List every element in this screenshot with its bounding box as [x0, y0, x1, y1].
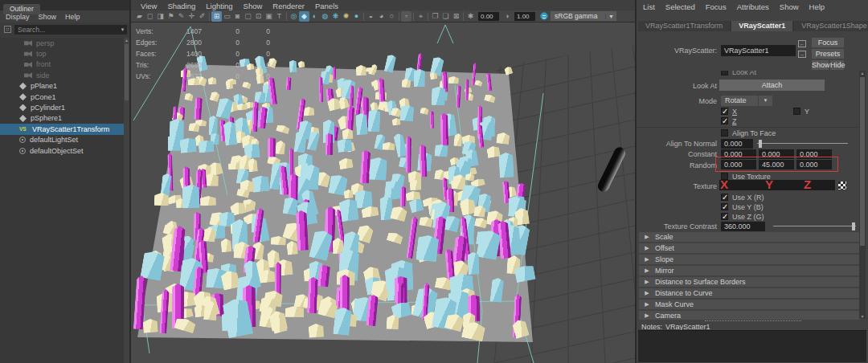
textured-icon[interactable]: ◐ — [309, 11, 320, 22]
outliner-item[interactable]: top — [0, 48, 124, 59]
scroll-thumb[interactable] — [125, 44, 129, 100]
colorspace-dropdown[interactable]: sRGB gamma ▼ — [551, 11, 616, 21]
viewport-menu-item[interactable]: Renderer — [272, 2, 305, 10]
search-input[interactable]: Search... ▾ — [14, 25, 127, 35]
attribute-editor-menu-item[interactable]: Show — [780, 2, 799, 11]
axis-z-checkbox[interactable] — [721, 117, 728, 124]
look-at-checkbox[interactable] — [721, 71, 728, 75]
texture-contrast-slider[interactable] — [773, 222, 856, 231]
use-y-checkbox[interactable] — [721, 203, 728, 210]
copy-view-icon[interactable]: ❐ — [430, 11, 440, 22]
attribute-editor-menu-item[interactable]: Help — [809, 2, 825, 11]
grease-pencil-icon[interactable]: ✐ — [197, 11, 207, 22]
axis-x-checkbox[interactable] — [721, 108, 728, 115]
exposure-field[interactable]: 0.00 — [478, 12, 499, 21]
safe-title-icon[interactable]: T — [274, 11, 285, 22]
select-camera-icon[interactable]: ▰ — [134, 11, 145, 22]
contrast-icon[interactable]: ◑ — [502, 11, 512, 22]
viewport-menu-item[interactable]: Panels — [315, 2, 338, 10]
outliner-item[interactable]: VRayScatter1Transform — [0, 124, 124, 134]
section-header[interactable]: Slope — [639, 255, 861, 264]
attribute-editor-menu-item[interactable]: Attributes — [737, 2, 769, 11]
texture-field[interactable]: X Y Z — [719, 180, 835, 190]
scroll-up-icon[interactable]: ▲ — [859, 71, 866, 75]
ssao-icon[interactable]: ◒ — [366, 11, 376, 22]
bookmark-icon[interactable]: ⚑ — [166, 11, 176, 22]
color-management-icon[interactable] — [540, 12, 548, 20]
viewport-menu-item[interactable]: Show — [244, 2, 263, 10]
aa-icon[interactable]: ○ — [387, 11, 397, 22]
scroll-up-icon[interactable]: ▲ — [124, 38, 129, 43]
attribute-editor-menu-item[interactable]: Focus — [706, 2, 727, 11]
paste-view-icon[interactable]: ❏ — [440, 11, 451, 22]
lasso-icon[interactable]: ⌖ — [416, 11, 426, 22]
slider-handle[interactable] — [852, 222, 855, 230]
pan-zoom-icon[interactable]: ✛ — [186, 11, 197, 22]
show-button[interactable]: Show — [812, 60, 829, 70]
outliner-menu-item[interactable]: Help — [65, 13, 80, 21]
viewport-menu-item[interactable]: View — [141, 2, 157, 10]
light-icon[interactable]: ✺ — [341, 11, 351, 22]
section-header[interactable]: Mirror — [639, 266, 861, 275]
search-filter-arrow-icon[interactable]: ▾ — [118, 27, 127, 33]
safe-action-icon[interactable]: ▣ — [264, 11, 274, 22]
align-to-normal-field[interactable]: 0.000 — [721, 139, 753, 149]
viewport-canvas[interactable]: Verts: 1407 0 0 Edges: 2800 0 0 Faces: — [131, 22, 635, 363]
scroll-down-icon[interactable]: ▼ — [859, 314, 866, 319]
section-header[interactable]: Offset — [639, 243, 861, 253]
wireframe-on-shaded-icon[interactable]: ❋ — [330, 11, 341, 22]
shadows-icon[interactable]: ● — [351, 11, 362, 22]
resolution-gate-icon[interactable]: ◙ — [232, 11, 243, 22]
use-z-checkbox[interactable] — [721, 213, 728, 220]
copy-tab-icon[interactable]: → — [798, 51, 806, 58]
align-to-normal-slider[interactable] — [757, 139, 848, 149]
mode-dropdown-arrow-icon[interactable]: ▼ — [759, 96, 772, 106]
node-tab[interactable]: VRayScatter1Shape — [794, 21, 868, 31]
outliner-item[interactable]: front — [0, 59, 124, 70]
section-header[interactable]: Scale — [639, 232, 861, 242]
section-header[interactable]: Mask Curve — [639, 300, 861, 309]
scroll-thumb[interactable] — [860, 77, 865, 246]
align-to-face-checkbox[interactable] — [721, 129, 728, 137]
load-attributes-icon[interactable]: ← — [798, 40, 806, 47]
grid-icon[interactable]: ⊞ — [211, 11, 222, 22]
attribute-editor-menu-item[interactable]: Selected — [665, 2, 695, 11]
material-icon[interactable]: ◍ — [320, 11, 330, 22]
viewport-menu-item[interactable]: Shading — [167, 2, 195, 10]
mode-dropdown[interactable]: Rotate — [721, 96, 758, 106]
slider-handle[interactable] — [759, 140, 762, 148]
focus-button[interactable]: Focus — [812, 38, 844, 47]
outliner-item[interactable]: pCylinder1 — [0, 102, 124, 112]
section-header[interactable]: Distance to Surface Borders — [639, 277, 861, 287]
snapshot-icon[interactable]: ⊠ — [451, 11, 461, 22]
outliner-item[interactable]: defaultObjectSet — [0, 145, 124, 156]
viewport-menu-item[interactable]: Lighting — [206, 2, 232, 10]
isolate-select-icon[interactable]: ▫ — [401, 11, 411, 22]
outliner-menu-item[interactable]: Show — [39, 13, 57, 21]
gate-mask-icon[interactable]: ▢ — [243, 11, 253, 22]
exposure-icon[interactable]: ✱ — [465, 11, 476, 22]
node-name-field[interactable]: VRayScatter1 — [721, 45, 796, 56]
attribute-editor-menu-item[interactable]: List — [643, 2, 655, 11]
section-header[interactable]: Distance to Curve — [639, 288, 861, 298]
outliner-item[interactable]: pCone1 — [0, 92, 124, 102]
outliner-scrollbar[interactable]: ▲ — [124, 38, 129, 363]
hide-button[interactable]: Hide — [830, 60, 844, 70]
shaded-icon[interactable]: ◆ — [299, 11, 309, 22]
presets-button[interactable]: Presets — [812, 49, 844, 59]
axis-y-checkbox[interactable] — [793, 108, 800, 115]
outliner-item[interactable]: side — [0, 70, 124, 80]
camera-attributes-icon[interactable]: ◨ — [155, 11, 166, 22]
section-header[interactable]: Camera — [639, 311, 861, 320]
texture-map-button[interactable] — [838, 182, 846, 190]
node-tab[interactable]: VRayScatter1Transform — [638, 21, 730, 31]
notes-textarea[interactable] — [638, 330, 866, 362]
film-gate-icon[interactable]: ▭ — [222, 11, 232, 22]
use-x-checkbox[interactable] — [721, 194, 728, 201]
lock-camera-icon[interactable]: ◻ — [145, 11, 155, 22]
image-plane-icon[interactable]: ✎ — [176, 11, 186, 22]
attach-button[interactable]: Attach — [719, 80, 825, 91]
notes-resize-handle[interactable] — [705, 320, 801, 321]
attribute-editor-scrollbar[interactable]: ▲ ▼ — [859, 71, 866, 319]
field-chart-icon[interactable]: ⊡ — [253, 11, 264, 22]
